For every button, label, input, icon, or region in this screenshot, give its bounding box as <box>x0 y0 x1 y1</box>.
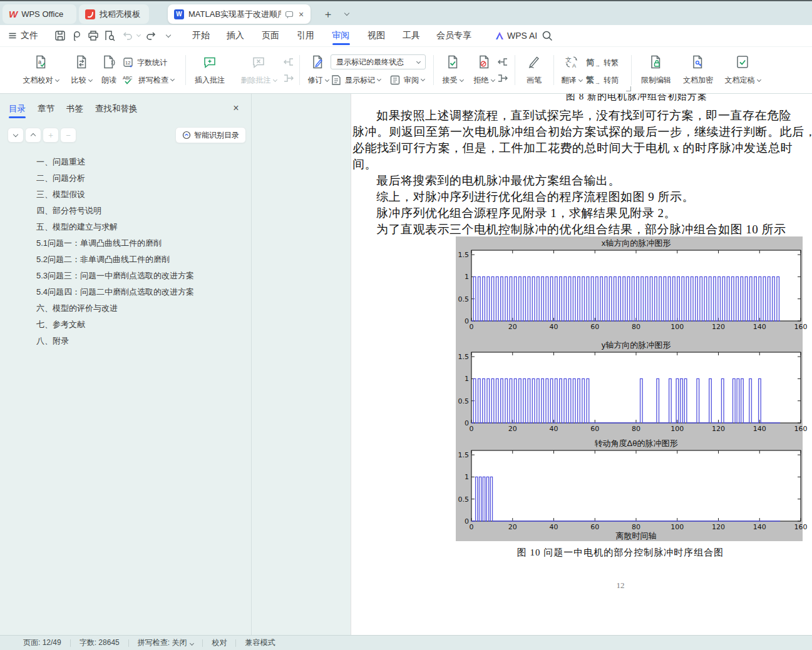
group-divider <box>299 55 300 85</box>
insert-comment-button[interactable]: 插入批注 <box>188 53 232 89</box>
next-comment-button[interactable] <box>283 74 294 83</box>
doc-text-line: 脉冲序列优化组合源程序见附录 1，求解结果见附录 2。 <box>352 205 812 221</box>
next-revision-button[interactable] <box>497 74 508 83</box>
svg-text:1: 1 <box>465 273 469 281</box>
svg-text:140: 140 <box>753 523 766 531</box>
tab-document[interactable]: W MATLAB实现基于改进顺序追 × <box>168 4 311 24</box>
toc-expand-button[interactable]: ＋ <box>43 128 59 143</box>
svg-text:40: 40 <box>550 523 558 531</box>
toc-collapse-button[interactable]: − <box>60 128 76 143</box>
export-pdf-button[interactable] <box>70 29 83 42</box>
spell-check-button[interactable]: ABC 拼写检查 <box>123 74 174 86</box>
redo-button[interactable] <box>145 29 158 42</box>
toc-item[interactable]: 六、模型的评价与改进 <box>0 300 250 317</box>
toc-item[interactable]: 二、问题分析 <box>0 170 250 186</box>
group-divider <box>185 55 186 85</box>
prev-comment-button[interactable] <box>283 58 294 67</box>
compare-button[interactable]: 比较 <box>64 53 99 89</box>
toc-item[interactable]: 四、部分符号说明 <box>0 203 250 219</box>
encrypt-document-button[interactable]: 文档加密 <box>677 53 719 89</box>
divider <box>70 639 71 647</box>
sidebar-tab-bookmarks[interactable]: 书签 <box>66 100 83 118</box>
menu-item-page[interactable]: 页面 <box>262 25 279 46</box>
toc-item[interactable]: 一、问题重述 <box>0 154 250 170</box>
file-menu[interactable]: 文件 <box>8 25 38 46</box>
tab-wps-office[interactable]: W WPS Office <box>3 4 76 24</box>
toc-item[interactable]: 三、模型假设 <box>0 186 250 203</box>
wps-ai-icon <box>495 31 505 41</box>
tab-close-icon[interactable]: × <box>299 9 304 19</box>
status-bar: 页面: 12/49 字数: 28645 拼写检查: 关闭 校对 兼容模式 <box>0 635 812 650</box>
undo-dropdown[interactable] <box>135 25 140 46</box>
wps-ai-button[interactable]: WPS AI <box>495 25 537 46</box>
tab-comment-icon[interactable] <box>285 10 294 19</box>
doc-text-line: 必能找到可行方案，但是，工件加工花费的总时间大于电机 x 的时序脉冲发送总时 <box>352 140 812 156</box>
menu-item-tools[interactable]: 工具 <box>403 25 420 46</box>
svg-text:0: 0 <box>465 419 469 427</box>
status-page-indicator[interactable]: 页面: 12/49 <box>23 637 61 648</box>
status-spellcheck[interactable]: 拼写检查: 关闭 <box>138 637 194 648</box>
sidebar-close-icon[interactable]: × <box>229 101 243 115</box>
menu-item-view[interactable]: 视图 <box>367 25 385 46</box>
menu-bar: 文件 开始 插入 页面 引用 审阅 视图 工具 会员专享 WPS AI <box>0 25 812 46</box>
prev-revision-button[interactable] <box>497 58 508 67</box>
status-word-count[interactable]: 字数: 28645 <box>80 637 120 648</box>
to-traditional-button[interactable]: 简→ 转繁 <box>586 56 619 69</box>
toc-item[interactable]: 七、参考文献 <box>0 317 250 333</box>
undo-button[interactable] <box>121 29 133 42</box>
tab-label: 找稻壳模板 <box>100 9 140 20</box>
toc-item[interactable]: 5.3问题三：问题一中磨削点选取的改进方案 <box>0 268 250 284</box>
sidebar-tab-chapters[interactable]: 章节 <box>38 100 54 118</box>
svg-text:0: 0 <box>470 425 474 433</box>
tab-list-button[interactable] <box>339 6 354 21</box>
save-button[interactable] <box>54 29 66 42</box>
search-icon[interactable] <box>541 29 553 42</box>
svg-text:40: 40 <box>550 323 558 331</box>
doc-text-line: 综上，对脉冲序列进行优化组合的程序流程图如图 9 所示。 <box>352 189 812 205</box>
ink-pen-button[interactable]: 画笔 <box>520 53 548 89</box>
menu-item-member[interactable]: 会员专享 <box>436 25 471 46</box>
new-tab-button[interactable]: ＋ <box>321 6 336 21</box>
track-changes-button[interactable]: 修订 <box>303 53 333 89</box>
toc-item[interactable]: 五、模型的建立与求解 <box>0 219 250 235</box>
translate-button[interactable]: 文A 翻译 <box>556 53 587 89</box>
markup-state-select[interactable]: 显示标记的最终状态 <box>331 54 426 69</box>
menu-item-home[interactable]: 开始 <box>192 25 210 46</box>
to-simplified-button[interactable]: 繁→ 转简 <box>586 74 619 86</box>
svg-text:80: 80 <box>632 523 640 531</box>
toc-next-button[interactable] <box>8 128 24 143</box>
svg-text:0: 0 <box>465 517 469 526</box>
print-preview-button[interactable] <box>103 29 116 42</box>
tab-docer-templates[interactable]: 找稻壳模板 <box>79 4 149 24</box>
svg-text:0: 0 <box>470 323 474 331</box>
document-page[interactable]: 图 8 新的电机脉冲组合初始方案 如果按照上述调整流程，直到试探完毕，没有找到可… <box>351 94 812 635</box>
sidebar-tab-toc[interactable]: 目录 <box>9 100 26 118</box>
active-menu-underline <box>332 43 350 45</box>
svg-text:ABC: ABC <box>123 75 133 81</box>
toolbar-more-dropdown[interactable] <box>164 25 170 46</box>
restrict-editing-button[interactable]: 限制编辑 <box>635 53 677 89</box>
toc-item[interactable]: 5.2问题二：非单调凸曲线工件的磨削 <box>0 251 250 268</box>
toc-prev-button[interactable] <box>25 128 41 143</box>
menu-item-reference[interactable]: 引用 <box>297 25 314 46</box>
menu-item-insert[interactable]: 插入 <box>227 25 244 46</box>
show-markup-button[interactable]: 显示标记 <box>331 74 381 86</box>
key-icon <box>691 54 706 69</box>
word-count-button[interactable]: 12 字数统计 <box>123 56 167 69</box>
toc-item[interactable]: 5.4问题四：问题二中磨削点选取的改进方案 <box>0 284 250 300</box>
group-expand-icon[interactable] <box>626 86 631 91</box>
delete-comment-button[interactable]: 删除批注 <box>234 53 283 89</box>
status-compat-mode[interactable]: 兼容模式 <box>245 637 275 648</box>
print-button[interactable] <box>87 29 100 42</box>
finalize-document-button[interactable]: 文档定稿 <box>719 53 766 89</box>
read-aloud-button[interactable]: 朗读 <box>95 53 123 89</box>
doc-proof-button[interactable]: a 文档校对 <box>16 53 65 89</box>
accept-revision-button[interactable]: 接受 <box>437 53 468 89</box>
status-proofread[interactable]: 校对 <box>212 637 227 648</box>
reject-revision-button[interactable]: 拒绝 <box>468 53 500 89</box>
toc-item[interactable]: 八、附录 <box>0 333 250 349</box>
sidebar-tab-find-replace[interactable]: 查找和替换 <box>95 100 138 118</box>
toc-item[interactable]: 5.1问题一：单调凸曲线工件的磨削 <box>0 235 250 251</box>
review-pane-button[interactable]: 审阅 <box>389 74 424 86</box>
smart-toc-button[interactable]: 智能识别目录 <box>175 127 246 143</box>
